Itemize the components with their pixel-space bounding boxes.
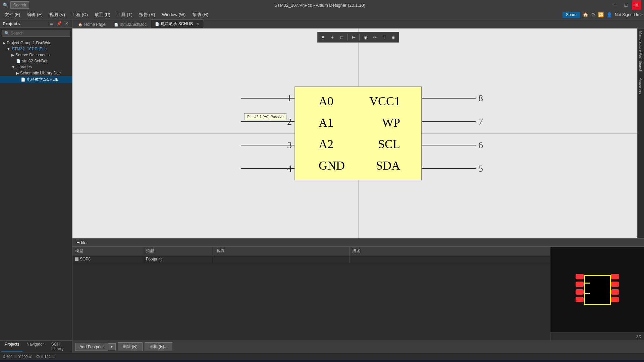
tree-item-source-docs[interactable]: ▶ Source Documents — [0, 52, 72, 58]
tree-item-schdoc[interactable]: 📄 stm32.SchDoc — [0, 58, 72, 64]
tab-close-icon[interactable]: ✕ — [196, 22, 199, 26]
preview-panel: 3D — [550, 247, 644, 341]
taskbar-electric[interactable]: ⚡ — [217, 361, 232, 362]
menu-help[interactable]: 帮助 (H) — [189, 11, 212, 19]
pin-tooltip: Pin U?-1 (A0) Passive — [244, 113, 286, 120]
left-panel: Projects ☰ 📌 ✕ 🔍 ▶ Project Group 1.DsnWr… — [0, 19, 72, 353]
tree-item-schlib[interactable]: 📄 电科教学.SCHLIB — [0, 76, 72, 83]
app-title: STM32_107.PrjPcb - Altium Designer (20.1… — [29, 3, 610, 8]
pin-label-a1: A1 — [319, 116, 333, 130]
pin-line-6 — [422, 145, 476, 145]
tab-label: Home Page — [84, 22, 105, 27]
title-search-box[interactable]: Search — [10, 1, 29, 9]
pin-tool[interactable]: ⊢ — [349, 33, 358, 41]
add-footprint-dropdown[interactable]: ▼ — [108, 343, 116, 350]
panel-tab-navigator[interactable]: Navigator — [23, 341, 47, 352]
tree-item-project[interactable]: ▼ STM32_107.PrjPcb — [0, 46, 72, 52]
taskbar-chrome[interactable]: C — [32, 361, 47, 362]
menu-report[interactable]: 报告 (R) — [136, 11, 159, 19]
menu-edit[interactable]: 编辑 (E) — [23, 11, 46, 19]
add-tool[interactable]: + — [328, 33, 337, 41]
pin-line-3 — [241, 145, 294, 145]
tree-expand-icon: ▶ — [3, 41, 5, 45]
panel-pin-icon[interactable]: 📌 — [56, 21, 63, 26]
panel-tab-projects[interactable]: Projects — [1, 341, 22, 352]
table-row[interactable]: SOP8 Footprint — [72, 255, 550, 263]
text-tool[interactable]: T — [380, 33, 388, 41]
ic-pin-lp2 — [576, 282, 584, 287]
preview-3d-label[interactable]: 3D — [636, 335, 641, 339]
editor-area: ▼ + □ ⊢ ◉ ✏ T ■ 1 2 — [72, 28, 644, 238]
edit-button[interactable]: 编辑 (E)... — [145, 342, 172, 351]
taskbar-stm1[interactable]: S — [186, 361, 201, 362]
bottom-toolbar: Add Footprint ▼ 删除 (R) 编辑 (E)... — [72, 341, 644, 353]
panel-close-icon[interactable]: ✕ — [64, 21, 69, 26]
panel-menu-icon[interactable]: ☰ — [49, 21, 54, 26]
tree-item-schlib-folder[interactable]: ▶ Schematic Library Doc — [0, 70, 72, 76]
main-layout: Projects ☰ 📌 ✕ 🔍 ▶ Project Group 1.DsnWr… — [0, 19, 644, 353]
taskbar-photoshop[interactable]: Ps — [48, 361, 62, 362]
panel-tab-sch-library[interactable]: SCH Library — [48, 341, 71, 352]
menu-view[interactable]: 视图 (V) — [46, 11, 68, 19]
menu-window[interactable]: Window (W) — [159, 11, 189, 18]
taskbar-app8[interactable]: ✦ — [140, 361, 155, 362]
toolbar-separator — [359, 34, 360, 41]
pin-line-8 — [422, 98, 476, 99]
tree-expand-icon: ▶ — [11, 53, 14, 57]
taskbar-premiere[interactable]: Pr — [63, 361, 78, 362]
share-button[interactable]: Share — [562, 12, 580, 18]
taskbar-app6[interactable]: ラ... — [109, 361, 124, 362]
menu-bar: 文件 (F) 编辑 (E) 视图 (V) 工程 (C) 放置 (P) 工具 (T… — [0, 10, 644, 19]
col-type: 类型 — [143, 247, 214, 255]
fill-tool[interactable]: ■ — [389, 33, 398, 41]
pin-numbers-right: 8 7 6 5 — [476, 86, 492, 180]
status-bar: X-600mil Y:200mil Grid:100mil — [0, 353, 644, 360]
close-button[interactable]: ✕ — [632, 0, 641, 10]
toolbar-separator — [347, 34, 348, 41]
pencil-tool[interactable]: ✏ — [370, 33, 379, 41]
minimize-button[interactable]: ─ — [610, 0, 620, 10]
tab-schdoc[interactable]: 📄 stm32.SchDoc — [110, 20, 151, 28]
delete-button[interactable]: 删除 (R) — [118, 342, 143, 351]
windows-start[interactable]: ⊞ — [1, 361, 16, 362]
restore-button[interactable]: □ — [621, 0, 631, 10]
panel-header: Projects ☰ 📌 ✕ — [0, 19, 72, 28]
taskbar-app5[interactable]: ◈ — [94, 361, 109, 362]
cell-position — [214, 255, 350, 263]
manufacture-label[interactable]: Manufacture Part Search — [638, 28, 644, 75]
tab-home[interactable]: 🏠 Home Page — [74, 20, 110, 28]
cell-model-name: SOP8 — [72, 255, 143, 263]
pin-line-1 — [241, 98, 294, 99]
add-footprint-button[interactable]: Add Footprint — [75, 343, 108, 351]
taskbar-pygame[interactable]: P — [171, 361, 186, 362]
taskbar-app9[interactable]: 写 — [156, 361, 170, 362]
component-wrapper: 1 2 3 4 Pin U?-1 (A0) Passive — [294, 86, 422, 180]
title-bar: 🔍 Search STM32_107.PrjPcb - Altium Desig… — [0, 0, 644, 10]
filter-tool[interactable]: ▼ — [319, 33, 327, 41]
properties-label[interactable]: Properties — [638, 75, 644, 97]
search-input[interactable] — [11, 31, 68, 36]
menu-project[interactable]: 工程 (C) — [68, 11, 91, 19]
doc-icon: 📄 — [114, 23, 118, 26]
tree-item-libraries[interactable]: ▼ Libraries — [0, 64, 72, 70]
pin-label-gnd: GND — [319, 159, 345, 173]
ic-pin-lp1 — [576, 274, 584, 279]
search-icon: 🔍 — [4, 31, 9, 36]
taskbar-aftereffects[interactable]: Ae — [78, 361, 93, 362]
tree-file-icon: 📄 — [21, 77, 25, 82]
taskbar-stm2[interactable]: S — [202, 361, 217, 362]
tree-item-group[interactable]: ▶ Project Group 1.DsnWrk — [0, 40, 72, 46]
menu-file[interactable]: 文件 (F) — [1, 11, 23, 19]
pin-line-4 — [241, 168, 294, 169]
taskbar-search[interactable]: 🔍 — [17, 360, 32, 362]
component-canvas: 1 2 3 4 Pin U?-1 (A0) Passive — [72, 28, 644, 238]
menu-place[interactable]: 放置 (P) — [91, 11, 114, 19]
menu-tools[interactable]: 工具 (T) — [114, 11, 136, 19]
not-signed-button[interactable]: Not Signed In > — [615, 12, 643, 17]
dot-tool[interactable]: ◉ — [361, 33, 370, 41]
rect-tool[interactable]: □ — [337, 33, 346, 41]
taskbar-app7[interactable]: ♦ — [125, 361, 140, 362]
tree-item-label: 电科教学.SCHLIB — [27, 77, 59, 82]
tab-schlib[interactable]: 📄 电科教学.SCHLIB ✕ — [151, 19, 203, 28]
ic-pin-rp4 — [611, 297, 619, 302]
